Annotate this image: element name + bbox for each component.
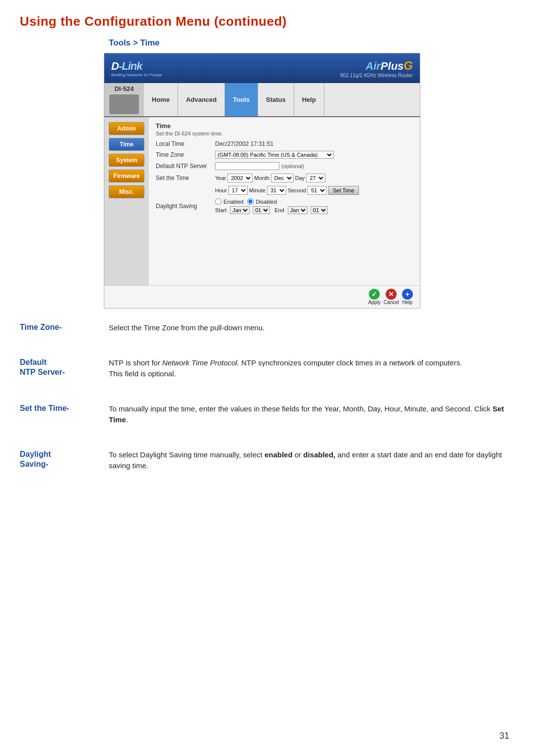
sidebar-btn-admin[interactable]: Admin	[109, 122, 144, 135]
month-select[interactable]: Dec	[271, 174, 294, 182]
start-day-select[interactable]: 01	[253, 206, 270, 214]
daylight-enabled-radio[interactable]	[215, 198, 222, 205]
minute-label: Minute	[249, 187, 266, 193]
router-header: D-Link Building Networks for People AirP…	[104, 53, 420, 83]
airplus-text: AirPlusG	[365, 60, 413, 72]
daylight-enable-row: Enabled Disabled	[215, 198, 328, 205]
page-number: 31	[499, 731, 509, 741]
local-time-row: Local Time Dec/27/2002 17:31:51	[156, 140, 413, 147]
daylight-disabled-radio[interactable]	[247, 198, 254, 205]
set-time-button[interactable]: Set Time	[328, 186, 358, 195]
set-time-row1: Set the Time Year 2002 Month Dec Day 27	[156, 174, 413, 182]
desc-ntp-server: Default NTP Server- NTP is short for Net…	[0, 344, 534, 380]
desc-term-ntp: Default NTP Server-	[20, 357, 109, 380]
router-body: Admin Time System Firmware Misc. Time Se…	[104, 117, 420, 285]
daylight-label: Daylight Saving	[156, 203, 215, 210]
airplus-logo: AirPlusG 802.11g/2.4GHz Wireless Router	[340, 59, 413, 78]
desc-term-daylight: Daylight Saving-	[20, 449, 109, 472]
set-time-label: Set the Time	[156, 175, 215, 181]
desc-set-time: Set the Time- To manually input the time…	[0, 390, 534, 426]
content-title: Time	[156, 122, 413, 130]
help-button[interactable]: + Help	[402, 289, 413, 305]
set-time-ymd: Year 2002 Month Dec Day 27	[215, 174, 325, 182]
router-sidebar: Admin Time System Firmware Misc.	[104, 117, 149, 285]
day-select[interactable]: 27	[306, 174, 325, 182]
start-label: Start	[215, 207, 226, 213]
sidebar-btn-system[interactable]: System	[109, 154, 144, 167]
help-icon: +	[402, 289, 413, 300]
router-model: DI-524	[104, 83, 144, 116]
tab-home[interactable]: Home	[144, 83, 178, 116]
start-month-select[interactable]: Jan	[230, 206, 250, 214]
local-time-label: Local Time	[156, 140, 215, 147]
desc-body-timezone: Select the Time Zone from the pull-down …	[109, 322, 514, 334]
time-zone-label: Time Zone	[156, 151, 215, 158]
dlink-tagline: Building Networks for People	[111, 73, 162, 77]
cancel-label: Cancel	[384, 300, 399, 305]
ntp-server-row: Default NTP Server (optional)	[156, 162, 413, 170]
end-day-select[interactable]: 01	[311, 206, 328, 214]
local-time-value: Dec/27/2002 17:31:51	[215, 140, 273, 147]
daylight-dates-row: Start Jan 01 End Jan 01	[215, 206, 328, 214]
ntp-server-label: Default NTP Server	[156, 163, 215, 170]
airplus-subtitle: 802.11g/2.4GHz Wireless Router	[340, 73, 413, 78]
desc-term-settime: Set the Time-	[20, 403, 109, 426]
section-heading: Tools > Time	[109, 38, 534, 48]
router-nav: DI-524 Home Advanced Tools Status Help	[104, 83, 420, 117]
end-month-select[interactable]: Jan	[288, 206, 308, 214]
dlink-logo-text: D-Link	[111, 60, 162, 73]
sidebar-btn-time[interactable]: Time	[109, 138, 144, 151]
desc-time-zone: Time Zone- Select the Time Zone from the…	[0, 309, 534, 334]
router-actions: ✓ Apply ✕ Cancel + Help	[104, 285, 420, 308]
desc-term-timezone: Time Zone-	[20, 322, 109, 334]
tab-status[interactable]: Status	[258, 83, 294, 116]
hour-select[interactable]: 17	[228, 186, 248, 195]
daylight-disabled-label: Disabled	[256, 199, 277, 205]
end-label: End	[274, 207, 284, 213]
content-subtitle: Set the DI-624 system time.	[156, 131, 413, 136]
router-content: Time Set the DI-624 system time. Local T…	[149, 117, 420, 285]
daylight-enabled-label: Enabled	[223, 199, 243, 205]
dlink-logo: D-Link Building Networks for People	[111, 60, 162, 77]
tab-help[interactable]: Help	[294, 83, 324, 116]
desc-daylight: Daylight Saving- To select Daylight Savi…	[0, 436, 534, 472]
tab-tools[interactable]: Tools	[225, 83, 258, 116]
ntp-optional-text: (optional)	[281, 163, 304, 169]
year-label: Year	[215, 175, 226, 181]
apply-label: Apply	[368, 300, 381, 305]
router-panel: D-Link Building Networks for People AirP…	[104, 53, 420, 309]
time-zone-select[interactable]: (GMT-08:00) Pacific Time (US & Canada)	[215, 151, 334, 159]
daylight-options: Enabled Disabled Start Jan 01 End	[215, 198, 328, 214]
day-label: Day	[295, 175, 305, 181]
second-label: Second	[288, 187, 306, 193]
hour-label: Hour	[215, 187, 227, 193]
desc-body-daylight: To select Daylight Saving time manually,…	[109, 449, 514, 472]
apply-button[interactable]: ✓ Apply	[368, 289, 381, 305]
set-time-row2: Hour 17 Minute 31 Second 51 Set Time	[156, 186, 413, 195]
desc-body-ntp: NTP is short for Network Time Protocol. …	[109, 357, 514, 380]
year-select[interactable]: 2002	[227, 174, 253, 182]
cancel-button[interactable]: ✕ Cancel	[384, 289, 399, 305]
minute-select[interactable]: 31	[267, 186, 286, 195]
tab-advanced[interactable]: Advanced	[178, 83, 225, 116]
page-title: Using the Configuration Menu (continued)	[0, 0, 534, 38]
ntp-server-input[interactable]	[215, 162, 279, 170]
set-time-hms: Hour 17 Minute 31 Second 51 Set Time	[215, 186, 359, 195]
apply-icon: ✓	[369, 289, 380, 300]
sidebar-btn-firmware[interactable]: Firmware	[109, 170, 144, 182]
help-label: Help	[402, 300, 413, 305]
sidebar-btn-misc[interactable]: Misc.	[109, 185, 144, 198]
daylight-row: Daylight Saving Enabled Disabled Start J…	[156, 198, 413, 214]
airplus-g: G	[403, 59, 413, 72]
cancel-icon: ✕	[386, 289, 397, 300]
desc-body-settime: To manually input the time, enter the va…	[109, 403, 514, 426]
month-label: Month	[254, 175, 269, 181]
time-zone-row: Time Zone (GMT-08:00) Pacific Time (US &…	[156, 151, 413, 159]
second-select[interactable]: 51	[308, 186, 327, 195]
router-image	[109, 94, 139, 114]
